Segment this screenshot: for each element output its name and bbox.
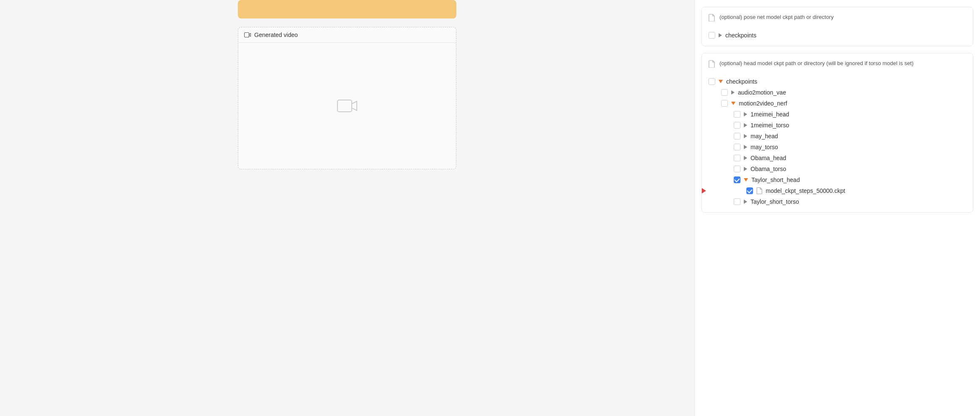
checkbox-may-head[interactable] [734,133,740,140]
tree-label-motion2video: motion2video_nerf [739,100,787,107]
arrow-right-icon-may-head [744,134,747,138]
arrow-down-icon-taylor-head [744,178,748,182]
file-icon-2 [709,60,715,68]
tree-item-obama-head[interactable]: Obama_head [709,153,966,163]
section-1-label: (optional) pose net model ckpt path or d… [719,13,834,21]
arrow-right-icon-audio2motion [731,90,735,95]
tree-item-checkpoints2[interactable]: checkpoints [709,76,966,87]
svg-rect-1 [337,100,352,112]
checkbox-taylor-head[interactable] [734,176,740,183]
checkbox-audio2motion[interactable] [721,89,728,96]
file-icon-1 [709,14,715,21]
file-icon-model-ckpt [756,187,762,194]
tree-item-may-head[interactable]: may_head [709,131,966,142]
tree-item-obama-torso[interactable]: Obama_torso [709,163,966,174]
arrow-right-icon-taylor-torso [744,200,747,204]
tree-item-may-torso[interactable]: may_torso [709,142,966,153]
arrow-right-icon-1meimei-torso [744,123,747,127]
section-1-tree: checkpoints [702,27,973,46]
tree-label-may-torso: may_torso [751,144,778,150]
tree-label-obama-torso: Obama_torso [751,166,786,172]
arrow-right-icon-obama-head [744,156,747,160]
arrow-right-icon-may-torso [744,145,747,149]
tree-label-taylor-torso: Taylor_short_torso [751,198,799,205]
right-panel: (optional) pose net model ckpt path or d… [694,0,980,416]
checkbox-obama-torso[interactable] [734,166,740,172]
arrow-head [701,187,706,195]
tree-label-model-ckpt: model_ckpt_steps_50000.ckpt [766,187,845,194]
tree-item-checkpoints1[interactable]: checkpoints [709,30,966,41]
tree-label-audio2motion: audio2motion_vae [738,89,786,96]
section-card-1: (optional) pose net model ckpt path or d… [701,7,973,46]
checkbox-checkpoints1[interactable] [709,32,715,39]
tree-label-checkpoints1: checkpoints [725,32,756,39]
arrow-down-icon-checkpoints2 [719,80,723,83]
checkbox-obama-head[interactable] [734,155,740,161]
section-2-header: (optional) head model ckpt path or direc… [702,53,973,74]
tree-label-may-head: may_head [751,133,778,140]
section-card-2: (optional) head model ckpt path or direc… [701,53,973,213]
tree-label-1meimei-head: 1meimei_head [751,111,789,118]
video-tab-label: Generated video [254,32,298,38]
tree-item-1meimei-torso[interactable]: 1meimei_torso [709,120,966,131]
tree-label-1meimei-torso: 1meimei_torso [751,122,789,129]
left-panel: Generated video [0,0,694,416]
checkbox-1meimei-torso[interactable] [734,122,740,129]
svg-rect-0 [245,33,249,37]
checkbox-taylor-torso[interactable] [734,198,740,205]
annotation-arrow [701,187,706,195]
section-2-tree: checkpoints audio2motion_vae motion2vide… [702,74,973,212]
arrow-right-icon-checkpoints1 [719,33,722,37]
tree-item-taylor-head[interactable]: Taylor_short_head [709,174,966,185]
checkbox-may-torso[interactable] [734,144,740,150]
tree-label-checkpoints2: checkpoints [726,78,757,85]
tree-item-audio2motion[interactable]: audio2motion_vae [709,87,966,98]
section-2-label: (optional) head model ckpt path or direc… [719,59,914,68]
video-tab-icon [244,32,251,38]
checkbox-1meimei-head[interactable] [734,111,740,118]
camera-placeholder-icon [337,98,357,113]
checkbox-checkpoints2[interactable] [709,78,715,85]
checkbox-motion2video[interactable] [721,100,728,107]
tree-item-model-ckpt[interactable]: model_ckpt_steps_50000.ckpt [709,185,966,196]
video-content [238,43,456,169]
tree-item-1meimei-head[interactable]: 1meimei_head [709,109,966,120]
video-box: Generated video [238,27,456,169]
tree-label-taylor-head: Taylor_short_head [751,176,800,183]
arrow-down-icon-motion2video [731,102,735,105]
checkbox-model-ckpt[interactable] [746,187,753,194]
tree-item-motion2video[interactable]: motion2video_nerf [709,98,966,109]
video-tab[interactable]: Generated video [238,27,456,43]
section-1-header: (optional) pose net model ckpt path or d… [702,7,973,27]
progress-bar [238,0,456,18]
tree-item-taylor-torso[interactable]: Taylor_short_torso [709,196,966,207]
tree-label-obama-head: Obama_head [751,155,786,161]
arrow-right-icon-1meimei-head [744,112,747,116]
arrow-right-icon-obama-torso [744,167,747,171]
